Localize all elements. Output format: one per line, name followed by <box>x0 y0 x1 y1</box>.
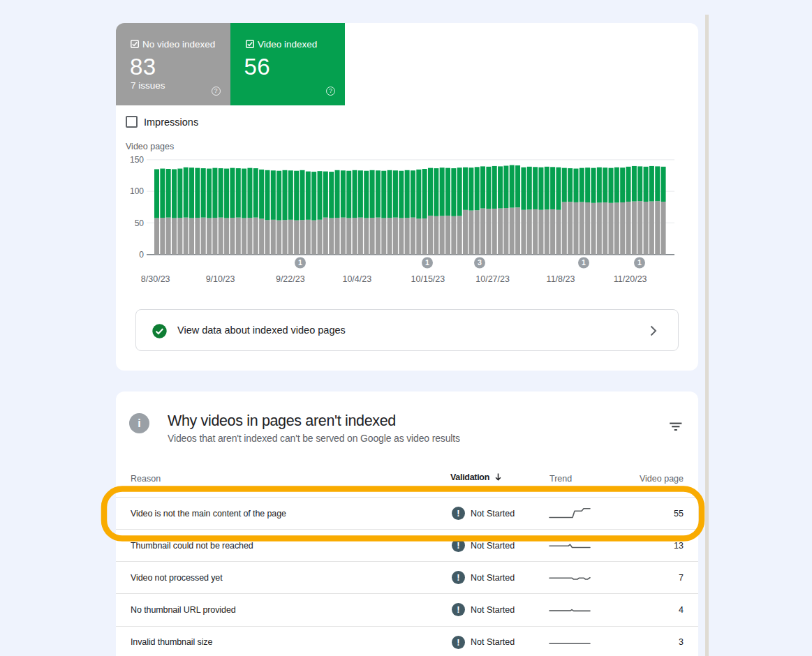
svg-text:0: 0 <box>139 250 144 260</box>
svg-text:100: 100 <box>130 186 144 196</box>
svg-text:1: 1 <box>582 258 586 267</box>
svg-text:3: 3 <box>478 258 482 267</box>
svg-text:1: 1 <box>425 258 429 267</box>
svg-text:10/27/23: 10/27/23 <box>475 274 510 284</box>
svg-text:9/10/23: 9/10/23 <box>206 274 235 284</box>
svg-text:8/30/23: 8/30/23 <box>141 274 170 284</box>
svg-text:150: 150 <box>130 155 144 165</box>
svg-text:50: 50 <box>135 218 145 228</box>
svg-text:10/4/23: 10/4/23 <box>342 274 371 284</box>
svg-text:10/15/23: 10/15/23 <box>411 274 445 284</box>
svg-text:11/20/23: 11/20/23 <box>614 274 647 284</box>
svg-text:9/22/23: 9/22/23 <box>276 274 305 284</box>
svg-text:11/8/23: 11/8/23 <box>547 274 575 284</box>
svg-text:1: 1 <box>298 258 302 267</box>
svg-text:1: 1 <box>637 258 642 267</box>
